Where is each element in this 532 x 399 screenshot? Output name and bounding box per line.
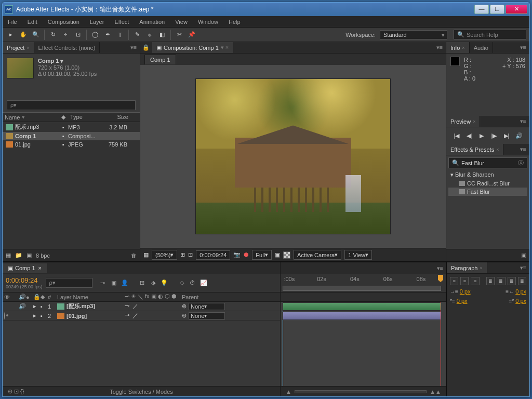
timeline-options-icon[interactable]: ⊚ ⊡ {} xyxy=(8,388,24,395)
hide-shy-icon[interactable]: 👤 xyxy=(121,280,129,286)
roi-icon[interactable]: ▣ xyxy=(275,251,280,258)
timeline-current-time[interactable]: 0:00:09:24 xyxy=(6,276,43,284)
new-comp-icon[interactable]: ▣ xyxy=(26,252,32,259)
menu-edit[interactable]: Edit xyxy=(22,17,43,26)
zoom-slider[interactable] xyxy=(295,390,427,393)
project-row[interactable]: Comp 1 ▪Composi... xyxy=(3,132,140,140)
tab-composition[interactable]: ▣ Composition: Comp 1 ▾ × xyxy=(152,42,233,53)
toggle-switches-button[interactable]: Toggle Switches / Modes xyxy=(110,389,173,395)
work-area-bar[interactable] xyxy=(283,286,441,291)
comp-mini-flowchart-icon[interactable]: ⊸ xyxy=(99,280,107,286)
mute-icon[interactable]: 🔊 xyxy=(515,132,523,139)
menu-file[interactable]: File xyxy=(3,17,22,26)
menu-layer[interactable]: Layer xyxy=(85,17,110,26)
pan-behind-tool-icon[interactable]: ⊡ xyxy=(73,30,83,40)
tab-info[interactable]: Info× xyxy=(446,42,470,53)
play-icon[interactable]: ▶ xyxy=(477,132,486,139)
frame-blend-icon[interactable]: ⊞ xyxy=(138,280,147,286)
timeline-search-input[interactable]: ρ▾ xyxy=(46,278,92,288)
panel-menu-icon[interactable]: ▾≡ xyxy=(127,44,140,51)
camera-tool-icon[interactable]: ⌖ xyxy=(60,30,71,40)
menu-view[interactable]: View xyxy=(170,17,193,26)
col-name[interactable]: Name ▾ xyxy=(3,114,59,121)
align-left-icon[interactable]: ≡ xyxy=(450,277,458,285)
transparency-icon[interactable] xyxy=(283,251,290,259)
align-right-icon[interactable]: ≡ xyxy=(471,277,479,285)
eraser-tool-icon[interactable]: ◧ xyxy=(157,30,167,40)
menu-animation[interactable]: Animation xyxy=(134,17,170,26)
menu-composition[interactable]: Composition xyxy=(43,17,85,26)
comp-name[interactable]: Comp 1 ▾ xyxy=(38,58,97,64)
zoom-select[interactable]: (50%) ▾ xyxy=(152,250,177,260)
selection-tool-icon[interactable]: ▸ xyxy=(6,30,16,40)
time-display[interactable]: 0:00:09:24 xyxy=(196,250,230,260)
panel-menu-icon[interactable]: ▾≡ xyxy=(433,44,446,51)
effect-category[interactable]: ▾ Blur & Sharpen xyxy=(448,170,527,179)
layer-bar[interactable] xyxy=(283,312,441,320)
motion-blur-icon[interactable]: ⬗ xyxy=(149,280,157,286)
time-ruler[interactable]: :00s 02s 04s 06s 08s xyxy=(281,274,446,292)
pen-tool-icon[interactable]: ✒ xyxy=(102,30,113,40)
menu-window[interactable]: Window xyxy=(193,17,223,26)
tab-project[interactable]: Project× xyxy=(3,42,34,53)
tab-paragraph[interactable]: Paragraph× xyxy=(447,262,487,273)
composition-viewer[interactable] xyxy=(140,65,446,248)
col-size[interactable]: Size xyxy=(104,114,130,121)
panel-menu-icon[interactable]: ▾≡ xyxy=(517,44,529,51)
zoom-in-icon[interactable]: ▲▲ xyxy=(430,389,441,395)
comp-inner-tab[interactable]: Comp 1 xyxy=(144,55,176,64)
clone-tool-icon[interactable]: ⎆ xyxy=(144,30,155,40)
prev-frame-icon[interactable]: ◀| xyxy=(465,132,473,139)
menu-help[interactable]: Help xyxy=(223,17,246,26)
minimize-button[interactable]: — xyxy=(474,5,489,14)
shape-tool-icon[interactable]: ◯ xyxy=(90,30,100,40)
timeline-layer-row[interactable]: ▸ ▪ 2 [01.jpg] ⊸／ ⊚ None ▾ xyxy=(3,311,280,321)
bpc-toggle[interactable]: 8 bpc xyxy=(36,252,50,259)
graph-editor-icon[interactable]: ⏱ xyxy=(189,280,197,286)
tab-audio[interactable]: Audio xyxy=(470,42,493,53)
text-tool-icon[interactable]: T xyxy=(115,30,125,40)
project-search-input[interactable]: ρ▾ xyxy=(7,100,136,110)
layer-bar[interactable] xyxy=(283,302,441,311)
channel-icon[interactable]: ⬢ xyxy=(244,251,249,258)
snapshot-icon[interactable]: 📷 xyxy=(233,251,241,258)
justify-center-icon[interactable]: ≣ xyxy=(497,277,505,285)
titlebar[interactable]: Ae Adobe After Effects - 小实例：输出音频文件.aep … xyxy=(3,3,529,16)
panel-menu-icon[interactable]: ▾≡ xyxy=(517,118,529,125)
hand-tool-icon[interactable]: ✋ xyxy=(18,30,29,40)
col-type[interactable]: Type xyxy=(68,114,104,121)
justify-all-icon[interactable]: ≣ xyxy=(518,277,526,285)
project-row[interactable]: 配乐.mp3 ▪MP33.2 MB xyxy=(3,122,140,132)
roto-tool-icon[interactable]: ✂ xyxy=(174,30,184,40)
align-center-icon[interactable]: ≡ xyxy=(460,277,469,285)
parent-select[interactable]: None ▾ xyxy=(189,312,225,320)
panel-menu-icon[interactable]: ▾≡ xyxy=(434,265,446,272)
tab-timeline-comp[interactable]: ▣ Comp 1× xyxy=(3,263,47,273)
panel-menu-icon[interactable]: ▾≡ xyxy=(517,146,529,153)
timeline-layer-row[interactable]: 🔊 ▸ ▪ 1 [配乐.mp3] ⊸／ ⊚ None ▾ xyxy=(3,302,280,311)
justify-left-icon[interactable]: ≣ xyxy=(486,277,495,285)
first-frame-icon[interactable]: |◀ xyxy=(453,132,461,139)
space-after-input[interactable]: ≡* 0 px xyxy=(509,298,526,304)
first-line-input[interactable]: *≡ 0 px xyxy=(450,298,468,304)
effect-item[interactable]: CC Radi...st Blur xyxy=(448,179,527,188)
indent-right-input[interactable]: ≡← 0 px xyxy=(506,288,526,295)
effects-search-input[interactable]: 🔍 Fast Blurⓧ xyxy=(448,157,527,168)
lock-icon[interactable]: 🔒 xyxy=(140,42,152,53)
tab-effect-controls[interactable]: Effect Controls: (none) xyxy=(34,42,100,53)
next-frame-icon[interactable]: |▶ xyxy=(490,132,498,139)
eye-icon[interactable] xyxy=(4,312,5,320)
new-bin-icon[interactable]: ▣ xyxy=(521,252,526,259)
playhead-icon[interactable] xyxy=(438,275,443,282)
search-help-input[interactable]: 🔍 Search Help xyxy=(454,30,526,39)
puppet-tool-icon[interactable]: 📌 xyxy=(187,30,197,40)
new-folder-icon[interactable]: 📁 xyxy=(15,252,22,259)
resolution-icon[interactable]: ⊞ xyxy=(180,251,185,258)
project-row[interactable]: 01.jpg ▪JPEG759 KB xyxy=(3,140,140,149)
camera-select[interactable]: Active Camera ▾ xyxy=(294,250,341,260)
brainstorm-icon[interactable]: 💡 xyxy=(160,280,168,286)
views-select[interactable]: 1 View ▾ xyxy=(344,250,372,260)
draft-3d-icon[interactable]: ▣ xyxy=(110,280,118,286)
rotation-tool-icon[interactable]: ↻ xyxy=(48,30,58,40)
tab-effects-presets[interactable]: Effects & Presets× xyxy=(446,144,503,155)
